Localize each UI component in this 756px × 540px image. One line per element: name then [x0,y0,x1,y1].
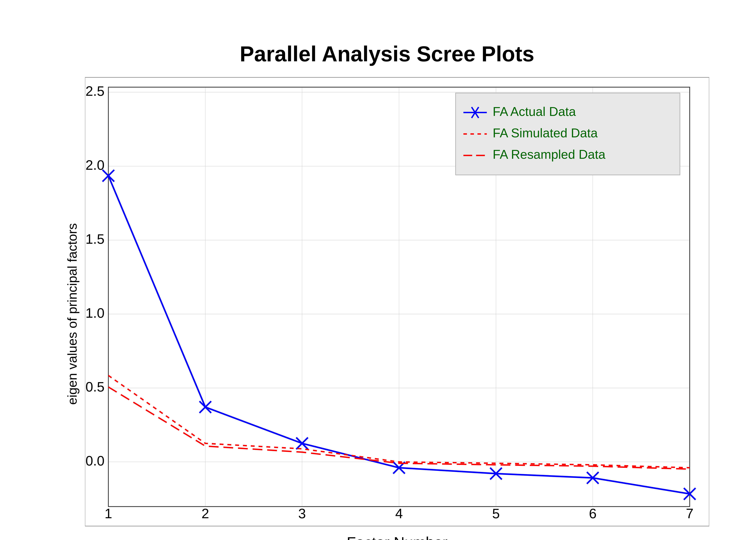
legend-resampled-label: FA Resampled Data [493,147,605,162]
chart-container: Parallel Analysis Scree Plots eigen valu… [36,27,720,513]
svg-container: 2.5 2.0 1.5 1.0 0.5 0.0 [85,77,709,526]
svg-text:1.0: 1.0 [85,305,104,321]
svg-text:6: 6 [589,506,596,521]
chart-svg: 2.5 2.0 1.5 1.0 0.5 0.0 [85,77,709,526]
svg-text:1: 1 [105,506,112,521]
svg-text:2.5: 2.5 [85,83,104,99]
svg-text:4: 4 [395,506,403,521]
svg-text:2: 2 [201,506,209,521]
svg-text:3: 3 [298,506,306,521]
legend-simulated-label: FA Simulated Data [493,126,598,140]
plot-area: 2.5 2.0 1.5 1.0 0.5 0.0 [85,77,709,540]
y-axis-label: eigen values of principal factors [65,77,79,540]
svg-text:1.5: 1.5 [85,231,104,247]
svg-text:5: 5 [492,506,500,521]
chart-title: Parallel Analysis Scree Plots [240,42,534,66]
svg-text:0.5: 0.5 [85,379,104,394]
svg-text:2.0: 2.0 [85,157,104,173]
x-axis-label: Factor Number [85,534,709,540]
svg-text:7: 7 [686,506,693,521]
svg-text:0.0: 0.0 [85,453,104,469]
legend-actual-label: FA Actual Data [493,104,576,119]
chart-area: eigen values of principal factors [65,77,709,540]
